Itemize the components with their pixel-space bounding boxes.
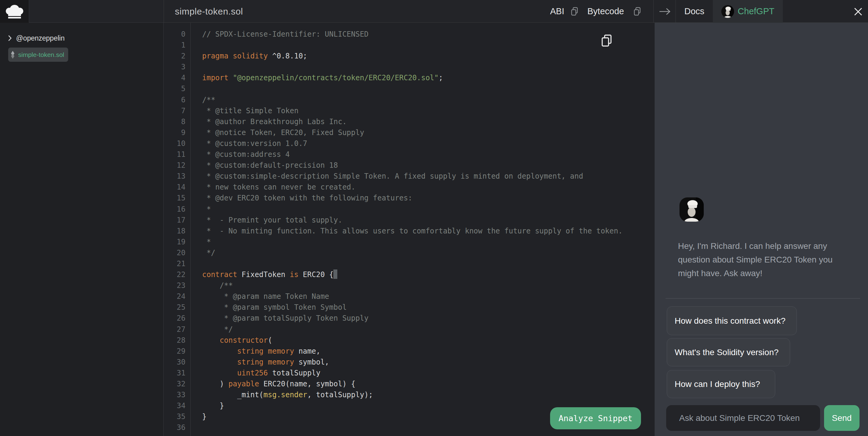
code-line[interactable]: 26 * @param totalSupply Token Supply (164, 313, 655, 324)
code-line[interactable]: 5 (164, 83, 655, 94)
line-number: 32 (164, 378, 185, 390)
code-line[interactable]: 16 * (164, 204, 655, 215)
code-line[interactable]: 24 * @param name Token Name (164, 291, 655, 302)
code-text: * (202, 236, 211, 247)
code-line[interactable]: 23 /** (164, 280, 655, 291)
line-number: 35 (164, 411, 185, 422)
line-number: 20 (164, 247, 185, 258)
code-line[interactable]: 12 * @custom:default-precision 18 (164, 160, 655, 171)
chat-input[interactable] (666, 405, 820, 431)
code-text: * @custom:address 4 (202, 149, 290, 160)
suggestion-deploy[interactable]: How can I deploy this? (667, 370, 775, 398)
app-logo-button[interactable] (0, 0, 29, 23)
code-text: } (202, 411, 207, 422)
code-editor[interactable]: 0// SPDX-License-Identifier: UNLICENSED1… (164, 23, 655, 436)
analyze-snippet-button[interactable]: Analyze Snippet (550, 407, 641, 429)
code-line[interactable]: 6/** (164, 95, 655, 105)
code-line[interactable]: 4import "@openzeppelin/contracts/token/E… (164, 72, 655, 83)
line-number: 34 (164, 400, 185, 411)
code-text: * new tokens can never be created. (202, 182, 355, 193)
text-cursor (333, 269, 337, 279)
code-line[interactable]: 18 * - No minting function. This allows … (164, 226, 655, 236)
code-line[interactable]: 32 ) payable ERC20(name, symbol) { (164, 378, 655, 390)
code-line[interactable]: 21 (164, 258, 655, 269)
line-number: 30 (164, 357, 185, 368)
tab-docs[interactable]: Docs (676, 0, 713, 23)
line-number: 5 (164, 83, 185, 94)
line-number: 9 (164, 127, 185, 138)
line-number: 11 (164, 149, 185, 160)
line-number: 16 (164, 204, 185, 215)
chefgpt-panel: Hey, I'm Richard. I can help answer any … (655, 23, 868, 436)
code-line[interactable]: 31 uint256 totalSupply (164, 368, 655, 378)
line-number: 18 (164, 226, 185, 236)
code-line[interactable]: 0// SPDX-License-Identifier: UNLICENSED (164, 29, 655, 40)
code-line[interactable]: 30 string memory symbol, (164, 357, 655, 368)
code-line[interactable]: 1 (164, 40, 655, 51)
code-text: * @param symbol Token Symbol (202, 302, 347, 313)
code-text: /** (202, 280, 233, 291)
code-text: */ (202, 247, 215, 258)
code-line[interactable]: 15 * @dev ERC20 token with the following… (164, 193, 655, 203)
send-button[interactable]: Send (824, 405, 860, 431)
suggestion-solidity-version[interactable]: What's the Solidity version? (667, 338, 790, 366)
tree-folder-openzeppelin[interactable]: @openzeppelin (8, 31, 65, 45)
code-line[interactable]: 13 * @custom:simple-description Simple T… (164, 171, 655, 182)
code-line[interactable]: 14 * new tokens can never be created. (164, 182, 655, 193)
code-line[interactable]: 33 _mint(msg.sender, totalSupply); (164, 390, 655, 400)
close-button[interactable] (852, 6, 864, 17)
expand-panel-button[interactable] (655, 5, 674, 18)
code-line[interactable]: 8 * @author Breakthrough Labs Inc. (164, 116, 655, 127)
code-line[interactable]: 9 * @notice Token, ERC20, Fixed Supply (164, 127, 655, 138)
folder-label: @openzeppelin (16, 34, 65, 42)
copy-abi-icon[interactable] (570, 7, 579, 16)
copy-code-icon[interactable] (600, 34, 613, 47)
code-line[interactable]: 10 * @custom:version 1.0.7 (164, 138, 655, 149)
code-text: * - Premint your total supply. (202, 215, 342, 226)
code-text: * @custom:default-precision 18 (202, 160, 338, 171)
arrow-right-icon (658, 7, 672, 16)
line-number: 4 (164, 72, 185, 83)
bytecode-label: Bytecode (587, 0, 624, 23)
code-line[interactable]: 2pragma solidity ^0.8.10; (164, 51, 655, 62)
code-line[interactable]: 17 * - Premint your total supply. (164, 215, 655, 226)
line-number: 10 (164, 138, 185, 149)
code-text: */ (202, 324, 233, 335)
suggestion-how-it-works[interactable]: How does this contract work? (667, 306, 797, 335)
code-line[interactable]: 22contract FixedToken is ERC20 { (164, 269, 655, 280)
code-text: * @custom:version 1.0.7 (202, 138, 307, 149)
line-number: 15 (164, 193, 185, 203)
code-text: uint256 totalSupply (202, 368, 320, 378)
line-number: 21 (164, 258, 185, 269)
line-number: 14 (164, 182, 185, 193)
abi-label: ABI (550, 0, 564, 23)
code-text: // SPDX-License-Identifier: UNLICENSED (202, 29, 369, 40)
code-line[interactable]: 3 (164, 62, 655, 72)
docs-tab-label: Docs (684, 6, 704, 16)
code-line[interactable]: 20 */ (164, 247, 655, 258)
line-number: 3 (164, 62, 185, 72)
code-text: * @param name Token Name (202, 291, 329, 302)
code-line[interactable]: 28 constructor( (164, 335, 655, 346)
code-line[interactable]: 11 * @custom:address 4 (164, 149, 655, 160)
line-number: 22 (164, 269, 185, 280)
line-number: 33 (164, 390, 185, 400)
line-number: 2 (164, 51, 185, 62)
code-line[interactable]: 19 * (164, 236, 655, 247)
topbar-divider (164, 0, 164, 23)
file-label: simple-token.sol (18, 51, 64, 59)
code-text: pragma solidity ^0.8.10; (202, 51, 307, 62)
line-number: 23 (164, 280, 185, 291)
close-icon (854, 7, 862, 16)
copy-bytecode-icon[interactable] (633, 7, 642, 16)
code-line[interactable]: 7 * @title Simple Token (164, 105, 655, 116)
code-line[interactable]: 29 string memory name, (164, 346, 655, 357)
chefgpt-avatar-icon (721, 5, 734, 18)
tree-file-simple-token[interactable]: simple-token.sol (8, 47, 68, 62)
topbar-divider (653, 0, 654, 23)
document-title: simple-token.sol (175, 0, 243, 23)
tab-chefgpt[interactable]: ChefGPT (713, 0, 783, 23)
code-line[interactable]: 25 * @param symbol Token Symbol (164, 302, 655, 313)
line-number: 8 (164, 116, 185, 127)
code-line[interactable]: 27 */ (164, 324, 655, 335)
